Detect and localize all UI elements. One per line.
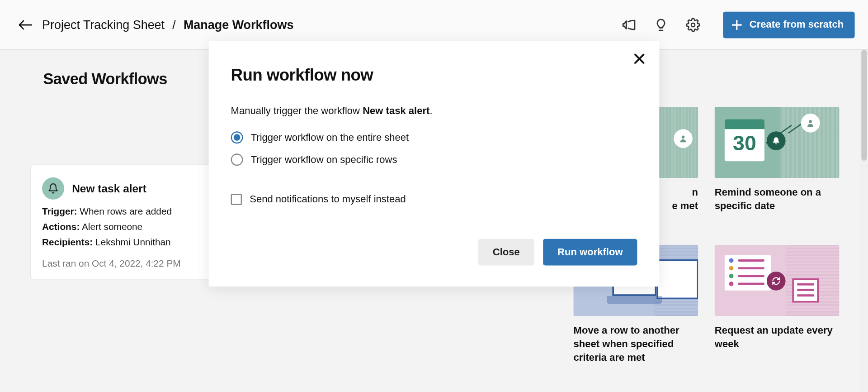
template-thumb: [715, 245, 840, 316]
scrollbar[interactable]: [860, 50, 868, 392]
create-from-scratch-button[interactable]: Create from scratch: [723, 11, 855, 38]
radio-trigger-entire-sheet[interactable]: Trigger workflow on the entire sheet: [231, 131, 637, 143]
template-card-reminder[interactable]: 30 Remind someone on a specific date: [715, 107, 840, 212]
person-icon: [674, 129, 693, 148]
template-text: Remind someone on a specific date: [715, 186, 840, 213]
modal-title: Run workflow now: [231, 65, 637, 84]
announcements-icon[interactable]: [618, 14, 640, 36]
tips-icon[interactable]: [650, 14, 672, 36]
settings-icon[interactable]: [682, 14, 704, 36]
run-workflow-modal: Run workflow now Manually trigger the wo…: [209, 41, 660, 287]
create-from-scratch-label: Create from scratch: [750, 19, 844, 31]
checkbox-label: Send notifications to myself instead: [250, 193, 406, 205]
checkbox-icon: [231, 194, 242, 205]
svg-point-5: [809, 120, 812, 123]
bell-icon: [42, 177, 64, 200]
modal-description: Manually trigger the workflow New task a…: [231, 105, 637, 117]
scrollbar-thumb[interactable]: [861, 50, 867, 161]
template-text: Move a row to another sheet when specifi…: [574, 324, 698, 364]
breadcrumb-parent[interactable]: Project Tracking Sheet: [42, 19, 165, 31]
run-workflow-button[interactable]: Run workflow: [543, 239, 637, 266]
close-button[interactable]: Close: [478, 239, 534, 266]
refresh-icon: [767, 272, 786, 291]
breadcrumb: Project Tracking Sheet / Manage Workflow…: [42, 19, 293, 31]
radio-label: Trigger workflow on the entire sheet: [251, 132, 409, 143]
radio-trigger-specific-rows[interactable]: Trigger workflow on specific rows: [231, 153, 637, 166]
radio-label: Trigger workflow on specific rows: [251, 154, 397, 166]
template-card-request-update[interactable]: Request an update every week: [715, 245, 840, 350]
breadcrumb-current: Manage Workflows: [184, 19, 294, 31]
svg-point-4: [682, 136, 685, 139]
template-thumb: 30: [715, 107, 840, 178]
svg-point-1: [691, 23, 695, 27]
checkbox-notify-myself[interactable]: Send notifications to myself instead: [231, 193, 637, 205]
radio-icon: [231, 131, 243, 143]
workflow-card-title: New task alert: [72, 182, 146, 195]
plus-icon: [731, 19, 743, 31]
radio-icon: [231, 153, 243, 166]
close-icon[interactable]: [632, 51, 647, 67]
breadcrumb-sep: /: [172, 19, 176, 31]
bell-icon: [767, 131, 786, 150]
saved-workflows-heading: Saved Workflows: [43, 71, 167, 88]
calendar-icon: 30: [725, 119, 764, 161]
person-icon: [801, 114, 820, 133]
template-text: Request an update every week: [715, 324, 840, 351]
back-arrow[interactable]: [19, 18, 32, 31]
